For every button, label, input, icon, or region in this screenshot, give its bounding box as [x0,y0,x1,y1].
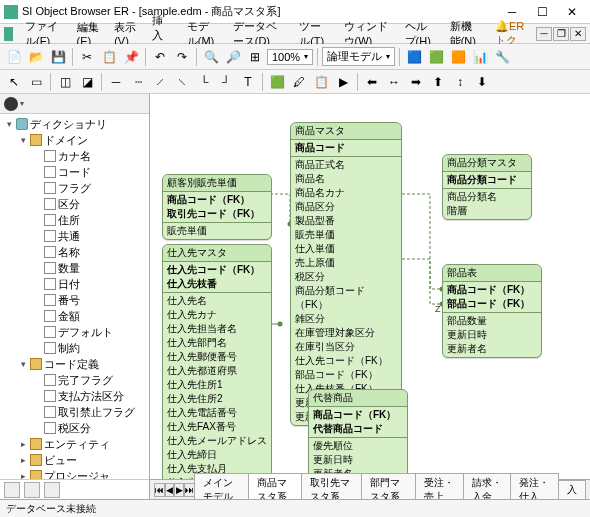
tab-prev-button[interactable]: ◀ [165,483,174,497]
rel2-tool[interactable]: ┄ [128,72,148,92]
sidebar-btn-1[interactable] [4,482,20,498]
tab-first-button[interactable]: ⏮ [154,483,165,497]
new-button[interactable]: 📄 [4,47,24,67]
fit-button[interactable]: ⊞ [245,47,265,67]
sidebar-btn-3[interactable] [44,482,60,498]
close-button[interactable]: ✕ [558,2,586,22]
save-button[interactable]: 💾 [48,47,68,67]
paste-button[interactable]: 📌 [121,47,141,67]
zoom-in-button[interactable]: 🔍 [201,47,221,67]
page-icon [44,374,56,386]
tree-item[interactable]: 完了フラグ [58,372,113,388]
tree-item[interactable]: 金額 [58,308,80,324]
rel6-tool[interactable]: ┘ [216,72,236,92]
status-text: データベース未接続 [6,502,96,516]
page-icon [44,342,56,354]
sidebar-header[interactable] [0,94,149,114]
tab-1[interactable]: 商品マスタ系 [248,473,303,499]
align-t-tool[interactable]: ⬆ [428,72,448,92]
tree-domain[interactable]: ドメイン [44,132,88,148]
er-canvas[interactable]: Z 顧客別販売単価 商品コード（FK）取引先コード（FK） 販売単価 仕入先マス… [150,94,590,479]
model-combo[interactable]: 論理モデル [322,47,395,66]
redo-button[interactable]: ↷ [172,47,192,67]
align-m-tool[interactable]: ↕ [450,72,470,92]
copy-style-tool[interactable]: 📋 [311,72,331,92]
entity-substitute[interactable]: 代替商品 商品コード（FK）代替商品コード 優先順位更新日時更新者名 [308,389,408,479]
mdi-close-button[interactable]: ✕ [570,27,586,41]
cut-button[interactable]: ✂ [77,47,97,67]
tree-item[interactable]: 制約 [58,340,80,356]
tool-a-button[interactable]: 🟦 [404,47,424,67]
align-c-tool[interactable]: ↔ [384,72,404,92]
tree-item[interactable]: プロシージャ [44,468,110,479]
tree-root[interactable]: ディクショナリ [30,116,107,132]
entity-title: 仕入先マスタ [163,245,271,262]
folder-icon [30,438,42,450]
open-button[interactable]: 📂 [26,47,46,67]
align-l-tool[interactable]: ⬅ [362,72,382,92]
entity2-tool[interactable]: ◫ [55,72,75,92]
tool-c-button[interactable]: 🟧 [448,47,468,67]
rel4-tool[interactable]: ⟍ [172,72,192,92]
tab-2[interactable]: 取引先マスタ系 [301,473,362,499]
tab-4[interactable]: 受注・売上 [415,473,464,499]
play-tool[interactable]: ▶ [333,72,353,92]
entity-product-class[interactable]: 商品分類マスタ 商品分類コード 商品分類名階層 [442,154,532,220]
entity-customer-price[interactable]: 顧客別販売単価 商品コード（FK）取引先コード（FK） 販売単価 [162,174,272,240]
tree-item[interactable]: 共通 [58,228,80,244]
tree-item[interactable]: 名称 [58,244,80,260]
tab-next-button[interactable]: ▶ [174,483,183,497]
entity-tool[interactable]: ▭ [26,72,46,92]
entity-parts[interactable]: 部品表 商品コード（FK）部品コード（FK） 部品数量更新日時更新者名 [442,264,542,358]
view-tool[interactable]: ◪ [77,72,97,92]
entity-supplier[interactable]: 仕入先マスタ 仕入先コード（FK）仕入先枝番 仕入先名仕入先カナ仕入先担当者名仕… [162,244,272,479]
copy-button[interactable]: 📋 [99,47,119,67]
tree-item[interactable]: 住所 [58,212,80,228]
sidebar-btn-2[interactable] [24,482,40,498]
tool-e-button[interactable]: 🔧 [492,47,512,67]
rel5-tool[interactable]: └ [194,72,214,92]
align-r-tool[interactable]: ➡ [406,72,426,92]
undo-button[interactable]: ↶ [150,47,170,67]
zoom-combo[interactable]: 100% [267,49,313,65]
page-icon [44,182,56,194]
align-b-tool[interactable]: ⬇ [472,72,492,92]
color-fill-tool[interactable]: 🟩 [267,72,287,92]
mdi-restore-button[interactable]: ❐ [553,27,569,41]
tree-item[interactable]: カナ名 [58,148,91,164]
tool-d-button[interactable]: 📊 [470,47,490,67]
text-tool[interactable]: T [238,72,258,92]
tool-b-button[interactable]: 🟩 [426,47,446,67]
tree-item[interactable]: コード [58,164,91,180]
handle-icon [4,97,18,111]
tree-item[interactable]: 日付 [58,276,80,292]
tree-item[interactable]: 税区分 [58,420,91,436]
tree-item[interactable]: 番号 [58,292,80,308]
tab-7[interactable]: 入 [558,480,586,499]
mdi-minimize-button[interactable]: ─ [536,27,552,41]
zoom-out-button[interactable]: 🔎 [223,47,243,67]
tab-5[interactable]: 請求・入金 [463,473,512,499]
dictionary-tree[interactable]: ▾ディクショナリ ▾ドメイン カナ名コードフラグ区分住所共通名称数量日付番号金額… [0,114,149,479]
rel3-tool[interactable]: ⟋ [150,72,170,92]
entity-pk: 商品コード [291,140,401,156]
tree-item[interactable]: 取引禁止フラグ [58,404,135,420]
tab-3[interactable]: 部門マスタ系 [361,473,416,499]
tree-item[interactable]: ビュー [44,452,77,468]
folder-icon [30,454,42,466]
entity-product[interactable]: 商品マスタ 商品コード 商品正式名商品名商品名カナ商品区分製品型番販売単価仕入単… [290,122,402,426]
color-line-tool[interactable]: 🖊 [289,72,309,92]
tree-item[interactable]: 数量 [58,260,80,276]
tree-item[interactable]: デフォルト [58,324,113,340]
menu-icon [4,27,13,41]
rel1-tool[interactable]: ─ [106,72,126,92]
tab-6[interactable]: 発注・仕入 [510,473,559,499]
tree-codedef[interactable]: コード定義 [44,356,99,372]
tree-item[interactable]: エンティティ [44,436,110,452]
tree-item[interactable]: 支払方法区分 [58,388,124,404]
tab-0[interactable]: メインモデル [194,473,249,499]
tree-item[interactable]: フラグ [58,180,91,196]
page-icon [44,294,56,306]
pointer-tool[interactable]: ↖ [4,72,24,92]
tree-item[interactable]: 区分 [58,196,80,212]
